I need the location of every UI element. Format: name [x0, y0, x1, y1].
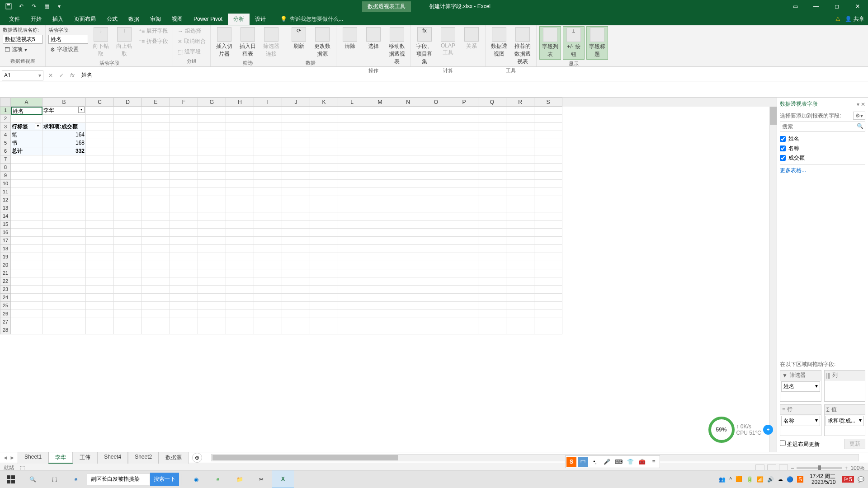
cell[interactable]	[42, 237, 86, 245]
cell[interactable]	[11, 253, 42, 261]
cell[interactable]	[366, 310, 394, 318]
row-header[interactable]: 7	[0, 155, 11, 164]
cell[interactable]	[534, 302, 562, 310]
cell[interactable]	[198, 204, 226, 212]
cell[interactable]	[422, 164, 450, 172]
cell[interactable]	[478, 204, 506, 212]
cell[interactable]	[282, 180, 310, 188]
cell[interactable]	[226, 221, 254, 229]
cell[interactable]	[282, 221, 310, 229]
cell[interactable]	[254, 277, 282, 286]
cell[interactable]	[450, 131, 478, 139]
cell[interactable]	[478, 212, 506, 221]
cell[interactable]	[394, 302, 422, 310]
cell[interactable]	[478, 245, 506, 253]
cell[interactable]	[422, 221, 450, 229]
cell[interactable]	[338, 147, 366, 155]
cell[interactable]	[478, 180, 506, 188]
pivot-name-input[interactable]	[3, 35, 42, 44]
cell[interactable]	[422, 310, 450, 318]
cell[interactable]	[422, 237, 450, 245]
cell[interactable]	[506, 172, 534, 180]
cell[interactable]	[534, 180, 562, 188]
cell[interactable]	[142, 253, 170, 261]
cell[interactable]	[478, 269, 506, 277]
row-header[interactable]: 8	[0, 164, 11, 172]
cell[interactable]	[366, 245, 394, 253]
sheet-tab[interactable]: 王伟	[73, 452, 97, 464]
cell[interactable]	[198, 261, 226, 269]
cell[interactable]	[142, 212, 170, 221]
cell[interactable]	[338, 294, 366, 302]
cell[interactable]	[366, 237, 394, 245]
cell[interactable]	[506, 245, 534, 253]
cell[interactable]	[310, 188, 338, 196]
row-header[interactable]: 13	[0, 204, 11, 212]
row-header[interactable]: 14	[0, 212, 11, 221]
column-header[interactable]: I	[254, 98, 282, 107]
cell[interactable]	[422, 229, 450, 237]
cell[interactable]	[198, 147, 226, 155]
cell[interactable]	[282, 123, 310, 131]
cpu-plus-icon[interactable]: +	[763, 425, 773, 435]
cell[interactable]	[86, 326, 114, 334]
cell[interactable]	[394, 139, 422, 147]
cell[interactable]	[310, 237, 338, 245]
cell[interactable]	[114, 294, 142, 302]
ie-icon-2[interactable]: e	[207, 470, 229, 488]
cell[interactable]	[142, 107, 170, 115]
cell[interactable]	[310, 155, 338, 164]
cell[interactable]	[226, 212, 254, 221]
cell[interactable]	[170, 261, 198, 269]
cell[interactable]	[114, 310, 142, 318]
cell[interactable]	[366, 229, 394, 237]
cell[interactable]	[282, 229, 310, 237]
cell[interactable]	[86, 286, 114, 294]
cell[interactable]	[422, 188, 450, 196]
cell[interactable]	[282, 115, 310, 123]
cell[interactable]	[226, 204, 254, 212]
cell[interactable]	[310, 302, 338, 310]
cell[interactable]	[198, 188, 226, 196]
cell[interactable]	[310, 277, 338, 286]
ime-punct-icon[interactable]: •,	[590, 457, 600, 467]
cell[interactable]	[142, 180, 170, 188]
row-header[interactable]: 23	[0, 286, 11, 294]
cell[interactable]	[422, 318, 450, 326]
security-icon[interactable]: 🏳5	[842, 476, 854, 483]
cell[interactable]	[394, 212, 422, 221]
cell[interactable]	[254, 188, 282, 196]
cell[interactable]	[478, 310, 506, 318]
column-header[interactable]: A	[11, 98, 42, 107]
cell[interactable]	[338, 237, 366, 245]
cell[interactable]	[198, 212, 226, 221]
cell[interactable]	[366, 188, 394, 196]
cell[interactable]	[366, 131, 394, 139]
cell[interactable]	[506, 277, 534, 286]
cell[interactable]	[254, 172, 282, 180]
cell[interactable]	[282, 310, 310, 318]
row-header[interactable]: 6	[0, 147, 11, 155]
cell[interactable]	[142, 294, 170, 302]
cell[interactable]	[310, 139, 338, 147]
cell[interactable]	[142, 261, 170, 269]
cell[interactable]: 求和项:成交额	[42, 123, 86, 131]
cell[interactable]	[86, 164, 114, 172]
sheet-tab[interactable]: Sheet4	[97, 452, 128, 464]
cell[interactable]	[534, 188, 562, 196]
cancel-icon[interactable]: ✕	[45, 70, 56, 80]
vertical-scrollbar[interactable]	[769, 107, 777, 452]
cell[interactable]	[170, 269, 198, 277]
cell[interactable]	[86, 302, 114, 310]
cell[interactable]	[198, 221, 226, 229]
cell[interactable]	[338, 115, 366, 123]
cell[interactable]	[254, 326, 282, 334]
cell[interactable]	[338, 286, 366, 294]
cell[interactable]	[254, 180, 282, 188]
cell[interactable]	[394, 286, 422, 294]
cell[interactable]	[478, 261, 506, 269]
redo-icon[interactable]: ↷	[29, 1, 39, 11]
filter-dropdown-icon[interactable]: ▾	[78, 107, 85, 113]
cell[interactable]	[394, 131, 422, 139]
cell[interactable]	[170, 245, 198, 253]
